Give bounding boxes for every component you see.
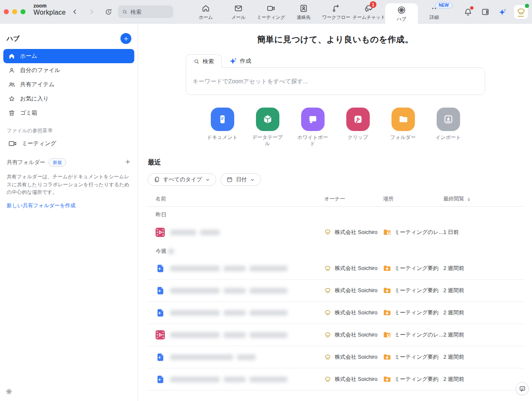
sidebar-title: ハブ (7, 35, 20, 43)
nav-home[interactable]: ホーム (189, 0, 222, 24)
table-header: 名前オーナー場所最終閲覧 (148, 195, 524, 207)
ai-sparkle-icon (498, 8, 506, 16)
forward-button[interactable] (86, 6, 97, 18)
settings-gear-button[interactable] (5, 388, 13, 396)
sidebar-item-ミーティング[interactable]: ミーティング (3, 136, 134, 151)
sidebar-item-共有アイテム[interactable]: 共有アイテム (3, 77, 134, 92)
table-row[interactable]: 株式会社 Soichiro ミーティング要約 2 週間前 (148, 346, 524, 368)
table-row[interactable]: 株式会社 Soichiro ミーティングのレ... 1 日前 (148, 221, 524, 243)
asset-search-input[interactable] (193, 78, 478, 85)
asset-tile-クリップ[interactable]: クリップ (340, 108, 376, 147)
nav-label: チームチャット (353, 14, 386, 21)
name-cell (148, 308, 324, 317)
tile-import-icon (442, 113, 454, 125)
folder-recording-icon (383, 229, 391, 236)
zoom-workplace-logo: zoom Workplace (33, 3, 66, 16)
tab-作成[interactable]: 作成 (222, 54, 258, 67)
asset-tile-フォルダー[interactable]: フォルダー (385, 108, 422, 147)
window-controls (4, 9, 26, 14)
maximize-window-button[interactable] (20, 9, 26, 14)
sidebar-item-ゴミ箱[interactable]: ゴミ箱 (3, 106, 134, 120)
owner-cell: 株式会社 Soichiro (324, 353, 383, 361)
location-cell[interactable]: ミーティング要約 (383, 353, 443, 361)
nav-mail[interactable]: メール (222, 0, 255, 24)
asset-tile-ドキュメント[interactable]: ドキュメント (204, 108, 241, 147)
filter-label: 日付 (236, 176, 247, 183)
table-row[interactable]: 株式会社 Soichiro ミーティングのレ... 2 週間前 (148, 324, 524, 346)
table-row[interactable]: 株式会社 Soichiro ミーティング要約 2 週間前 (148, 280, 524, 302)
last-viewed-cell: 2 週間前 (443, 309, 524, 316)
hero-tabs: 検索 作成 (186, 54, 485, 67)
unread-count-badge: 1 (370, 1, 376, 8)
sidebar-item-label: お気に入り (20, 95, 49, 103)
column-header-最終閲覧[interactable]: 最終閲覧 (443, 195, 524, 203)
create-shared-folder-link[interactable]: 新しい共有フォルダーを作成 (0, 196, 82, 215)
notifications-button[interactable] (463, 7, 473, 18)
back-button[interactable] (69, 6, 80, 18)
side-panel-button[interactable] (480, 7, 491, 18)
location-cell[interactable]: ミーティング要約 (383, 265, 443, 272)
location-cell[interactable]: ミーティングのレ... (383, 229, 443, 236)
asset-tile-データテーブル[interactable]: データテーブル (249, 108, 286, 147)
nav-meetings[interactable]: ミーティング (255, 0, 287, 24)
company-logo-icon (324, 265, 331, 272)
owner-cell: 株式会社 Soichiro (324, 375, 383, 383)
location-cell[interactable]: ミーティング要約 (383, 375, 443, 383)
search-icon (193, 58, 200, 65)
sidebar-item-お気に入り[interactable]: お気に入り (3, 92, 134, 106)
tile-datatable-icon (262, 113, 274, 125)
ai-companion-button[interactable] (497, 7, 508, 18)
global-search-input[interactable] (130, 9, 166, 15)
filter-すべてのタイプ[interactable]: すべてのタイプ (148, 173, 216, 186)
minimize-window-button[interactable] (12, 9, 17, 14)
owner-cell: 株式会社 Soichiro (324, 229, 383, 236)
nav-workflows[interactable]: ワークフロー (320, 0, 353, 24)
table-row[interactable]: 株式会社 Soichiro ミーティング要約 2 週間前 (148, 302, 524, 324)
add-shared-folder-button[interactable] (125, 159, 131, 167)
sidebar-item-自分のファイル[interactable]: 自分のファイル (3, 63, 134, 77)
location-cell[interactable]: ミーティング要約 (383, 309, 443, 316)
nav-team-chat[interactable]: 1 チームチャット (353, 0, 385, 24)
chevron-down-icon (250, 177, 255, 183)
history-button[interactable] (103, 6, 114, 18)
table-row[interactable]: 株式会社 Soichiro ミーティング要約 2 週間前 (148, 368, 524, 391)
document-file-icon (156, 286, 165, 295)
tab-検索[interactable]: 検索 (186, 54, 222, 68)
nav-contacts[interactable]: 連絡先 (287, 0, 320, 24)
close-window-button[interactable] (4, 9, 9, 14)
asset-tile-ホワイトボード[interactable]: ホワイトボード (294, 108, 331, 147)
asset-type-tiles: ドキュメント データテーブル ホワイトボード クリップ フォルダー インポート (138, 108, 532, 147)
global-search-box[interactable] (118, 5, 173, 18)
folder-summary-icon (383, 309, 391, 316)
nav-hub[interactable]: ハブ (385, 3, 418, 24)
redacted-text (250, 266, 287, 271)
filter-日付[interactable]: 日付 (220, 173, 261, 186)
recent-table: 名前オーナー場所最終閲覧 昨日 株式会社 Soichiro ミーティングのレ..… (148, 195, 524, 391)
avatar[interactable] (514, 5, 528, 19)
company-logo-icon (324, 309, 331, 316)
folder-summary-icon (383, 287, 391, 294)
redacted-text (170, 310, 220, 316)
nav-more[interactable]: NEW 詳細 (418, 0, 450, 24)
new-feature-badge: 新規 (49, 158, 66, 167)
asset-search-panel[interactable] (186, 67, 485, 95)
location-cell[interactable]: ミーティング要約 (383, 287, 443, 294)
redacted-text (224, 377, 246, 382)
document-file-icon (156, 352, 165, 362)
last-viewed-cell: 1 日前 (443, 229, 524, 236)
tile-whiteboard-icon (307, 113, 319, 125)
column-header-場所: 場所 (383, 195, 443, 203)
asset-tile-インポート[interactable]: インポート (430, 108, 467, 147)
plus-icon (123, 36, 129, 42)
trash-icon (8, 109, 15, 117)
sidebar-item-ホーム[interactable]: ホーム (3, 49, 134, 63)
search-icon (122, 9, 128, 15)
topbar: zoom Workplace ホーム メール ミーティング 連絡先 ワークフロー… (0, 0, 532, 24)
location-cell[interactable]: ミーティングのレ... (383, 331, 443, 339)
people-icon (8, 81, 15, 88)
feedback-button[interactable] (516, 382, 529, 395)
star-icon (8, 95, 15, 103)
document-file-icon (156, 264, 165, 273)
new-item-button[interactable] (120, 33, 131, 44)
table-row[interactable]: 株式会社 Soichiro ミーティング要約 2 週間前 (148, 257, 524, 280)
